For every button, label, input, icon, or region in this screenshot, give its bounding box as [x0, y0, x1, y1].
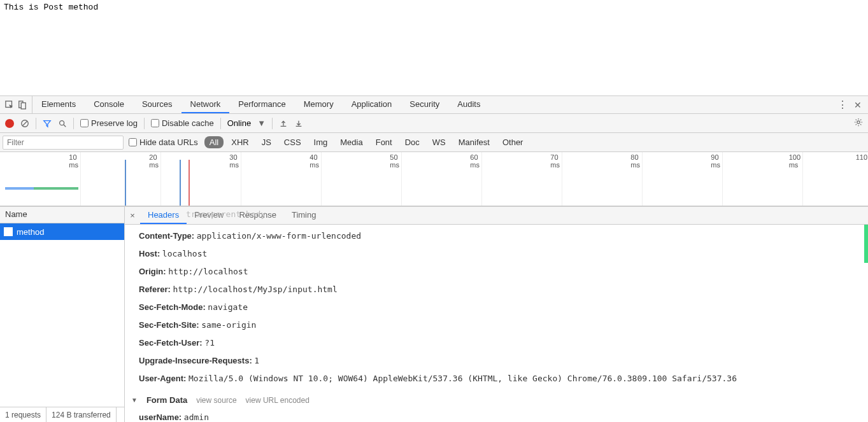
detail-tabbar: × Headers Preview Response Timing [125, 207, 868, 225]
tick-label: 30 ms [229, 153, 239, 169]
request-row[interactable]: method [0, 223, 124, 240]
header-row: Sec-Fetch-Site: same-origin [125, 316, 868, 334]
transferred-size: 124 B transferred [46, 407, 117, 422]
filter-type-img[interactable]: Img [309, 136, 333, 148]
tick-label: 20 ms [149, 153, 159, 169]
request-list: Name method 1 requests 124 B transferred [0, 207, 125, 422]
upload-icon[interactable] [279, 119, 288, 128]
request-list-header[interactable]: Name [0, 207, 124, 223]
page-body-text: This is Post method [0, 0, 868, 15]
download-icon[interactable] [294, 119, 303, 128]
header-row: Referer: http://localhost/MyJsp/input.ht… [125, 281, 868, 299]
request-detail: × Headers Preview Response Timing transp… [125, 207, 868, 422]
svg-rect-2 [21, 102, 25, 109]
devtools-panel: Elements Console Sources Network Perform… [0, 95, 868, 422]
detail-body[interactable]: transparent body Content-Type: applicati… [125, 225, 868, 422]
inspect-icon[interactable] [5, 101, 14, 109]
tick-label: 90 ms [711, 153, 720, 169]
device-icon[interactable] [18, 101, 27, 109]
timeline-marker [125, 160, 126, 206]
hide-data-urls-checkbox[interactable]: Hide data URLs [129, 137, 198, 147]
filter-type-media[interactable]: Media [335, 136, 367, 148]
detail-tab-response[interactable]: Response [231, 207, 284, 224]
file-icon [4, 227, 13, 236]
tab-network[interactable]: Network [181, 96, 230, 113]
section-title: Form Data [146, 395, 187, 405]
timeline-bar [5, 187, 34, 190]
tab-audits[interactable]: Audits [448, 96, 489, 113]
hide-data-urls-label: Hide data URLs [139, 137, 198, 147]
form-data-section[interactable]: ▼ Form Data view source view URL encoded [125, 391, 868, 409]
throttle-select[interactable]: Online [227, 118, 252, 128]
timeline-bar [34, 187, 78, 190]
header-row: Upgrade-Insecure-Requests: 1 [125, 352, 868, 370]
tick-label: 60 ms [470, 153, 480, 169]
filter-type-all[interactable]: All [204, 136, 224, 148]
gear-icon[interactable] [854, 118, 863, 127]
header-row: Origin: http://localhost [125, 263, 868, 281]
header-row: Content-Type: application/x-www-form-url… [125, 227, 868, 245]
tab-application[interactable]: Application [343, 96, 401, 113]
timeline-marker [189, 160, 190, 206]
disable-cache-checkbox[interactable]: Disable cache [151, 118, 214, 128]
filter-type-font[interactable]: Font [371, 136, 397, 148]
svg-line-4 [23, 121, 27, 125]
filter-type-css[interactable]: CSS [279, 136, 306, 148]
detail-tab-timing[interactable]: Timing [284, 207, 324, 224]
filter-type-xhr[interactable]: XHR [226, 136, 253, 148]
tick-label: 40 ms [309, 153, 319, 169]
clear-icon[interactable] [20, 119, 29, 128]
dropdown-icon[interactable]: ▼ [257, 118, 266, 128]
view-source-link[interactable]: view source [196, 396, 236, 405]
network-timeline[interactable]: 10 ms 20 ms 30 ms 40 ms 50 ms 60 ms 70 m… [0, 152, 868, 206]
tab-sources[interactable]: Sources [133, 96, 181, 113]
tick-label: 100 ms [789, 153, 800, 169]
more-icon[interactable]: ⋮ [837, 99, 848, 111]
svg-point-5 [60, 120, 64, 125]
request-list-footer: 1 requests 124 B transferred [0, 407, 124, 422]
preserve-log-label: Preserve log [91, 118, 138, 128]
search-icon[interactable] [58, 119, 67, 128]
tick-label: 50 ms [390, 153, 399, 169]
close-devtools-icon[interactable]: ✕ [854, 100, 862, 110]
tab-security[interactable]: Security [401, 96, 448, 113]
network-toolbar: Preserve log Disable cache Online ▼ [0, 114, 868, 133]
header-row: Host: localhost [125, 245, 868, 263]
filter-type-other[interactable]: Other [497, 136, 529, 148]
scroll-indicator [864, 225, 868, 263]
tab-memory[interactable]: Memory [295, 96, 343, 113]
request-name: method [17, 227, 44, 237]
filter-type-js[interactable]: JS [257, 136, 276, 148]
tick-label: 80 ms [630, 153, 640, 169]
detail-tab-preview[interactable]: Preview [187, 207, 231, 224]
triangle-down-icon: ▼ [131, 397, 138, 404]
form-data-row: userName: admin [125, 409, 868, 422]
request-count: 1 requests [0, 407, 46, 422]
tab-performance[interactable]: Performance [229, 96, 294, 113]
header-row: Sec-Fetch-Mode: navigate [125, 299, 868, 316]
record-button[interactable] [5, 119, 14, 128]
network-filter-bar: Hide data URLs All XHR JS CSS Img Media … [0, 133, 868, 152]
header-row: Sec-Fetch-User: ?1 [125, 334, 868, 352]
preserve-log-checkbox[interactable]: Preserve log [80, 118, 138, 128]
disable-cache-label: Disable cache [162, 118, 214, 128]
filter-type-ws[interactable]: WS [427, 136, 451, 148]
filter-icon[interactable] [43, 119, 52, 128]
svg-point-7 [857, 121, 860, 123]
tick-label: 70 ms [550, 153, 560, 169]
close-detail-icon[interactable]: × [125, 211, 140, 220]
timeline-marker [180, 160, 181, 206]
devtools-tabbar: Elements Console Sources Network Perform… [0, 96, 868, 114]
filter-type-manifest[interactable]: Manifest [453, 136, 495, 148]
filter-input[interactable] [3, 136, 124, 150]
header-row: User-Agent: Mozilla/5.0 (Windows NT 10.0… [125, 370, 868, 388]
tab-elements[interactable]: Elements [32, 96, 85, 113]
tab-console[interactable]: Console [85, 96, 133, 113]
tick-label: 110 [856, 153, 867, 161]
filter-type-doc[interactable]: Doc [400, 136, 425, 148]
detail-tab-headers[interactable]: Headers [140, 207, 187, 224]
tick-label: 10 ms [69, 153, 78, 169]
svg-line-6 [64, 124, 66, 127]
view-url-encoded-link[interactable]: view URL encoded [246, 396, 309, 405]
